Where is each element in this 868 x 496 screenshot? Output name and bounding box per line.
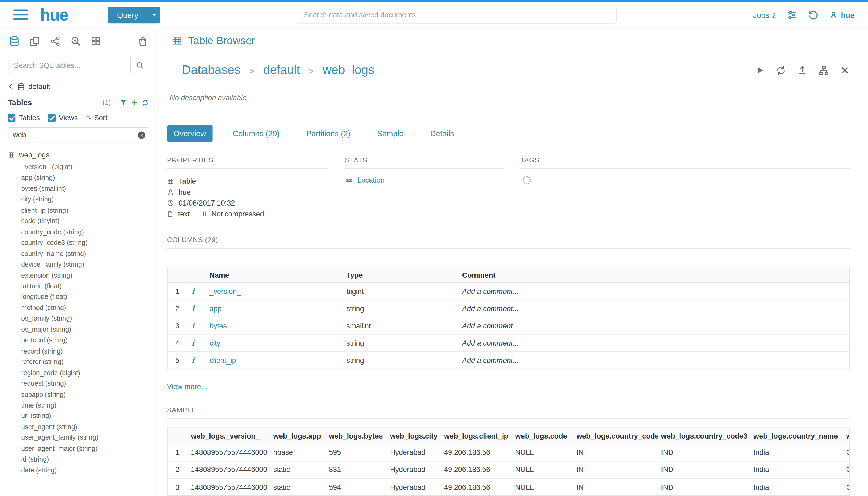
breadcrumb-default[interactable]: default [263,63,300,77]
info-icon[interactable] [192,304,194,313]
user-menu[interactable]: hue [830,11,855,19]
sidebar-column-item[interactable]: latitude (float) [21,281,151,292]
add-table-icon[interactable] [131,99,138,106]
sort-toggle[interactable]: Sort [86,113,107,122]
column-name-link[interactable]: client_ip [209,356,236,365]
page-title: Table Browser [188,34,255,47]
documents-icon[interactable] [29,36,40,46]
column-comment[interactable]: Add a comment... [458,352,849,369]
sample-table-row: 11480895575574446000hbase595Hyderabad49.… [168,444,850,461]
query-button[interactable]: Query [108,6,161,23]
sidebar-column-item[interactable]: record (string) [21,346,151,357]
sidebar-column-item[interactable]: country_code (string) [21,227,151,238]
column-comment[interactable]: Add a comment... [458,317,849,335]
sidebar-search-input[interactable] [8,57,130,73]
database-breadcrumb[interactable]: default [0,82,157,91]
views-checkbox-label[interactable]: Views [59,113,78,122]
view-more-link[interactable]: View more... [167,383,207,391]
tab-sample[interactable]: Sample [370,125,410,142]
location-link[interactable]: Location [345,176,504,184]
sidebar-column-item[interactable]: country_name (string) [21,249,151,260]
sidebar-table-web-logs[interactable]: web_logs [0,151,157,159]
views-checkbox[interactable] [48,114,55,122]
sidebar-column-item[interactable]: code (tinyint) [21,216,151,227]
sidebar-column-item[interactable]: _version_ (bigint) [21,162,151,173]
close-icon[interactable] [840,65,850,75]
sample-cell: NULL [512,478,573,496]
tab-columns[interactable]: Columns (29) [226,125,286,142]
sample-cell: India [750,478,843,496]
query-dropdown-caret-icon[interactable] [147,6,161,23]
apps-grid-icon[interactable] [91,36,100,46]
sidebar-column-item[interactable]: bytes (smallint) [21,184,151,195]
info-icon[interactable] [192,339,194,347]
sql-database-icon[interactable] [9,35,20,47]
sidebar-column-item[interactable]: protocol (string) [21,335,151,346]
sidebar-column-item[interactable]: request (string) [21,378,151,389]
sidebar-column-item[interactable]: referer (string) [21,357,151,368]
sample-table-body: 11480895575574446000hbase595Hyderabad49.… [168,444,850,496]
clear-filter-icon[interactable] [138,131,145,139]
sidebar-column-item[interactable]: os_major (string) [21,324,151,336]
app-root: hue Query Jobs 2 hue [0,0,868,496]
sidebar-column-item[interactable]: user_agent_family (string) [21,433,151,444]
sidebar-column-item[interactable]: country_code3 (string) [21,238,151,249]
sidebar-column-item[interactable]: url (string) [21,411,151,422]
info-icon[interactable] [192,356,194,365]
topbar-right: Jobs 2 hue [753,9,855,20]
column-comment[interactable]: Add a comment... [458,300,849,317]
sidebar-column-item[interactable]: id (string) [21,454,151,465]
column-comment[interactable]: Add a comment... [458,334,849,352]
column-name-link[interactable]: app [209,305,221,313]
search-zoom-icon[interactable] [70,35,81,47]
sidebar-column-item[interactable]: region_code (bigint) [21,368,151,379]
column-name-link[interactable]: city [209,339,220,347]
sidebar-column-item[interactable]: longitude (float) [21,292,151,303]
global-search-input[interactable] [297,6,617,23]
sidebar-column-item[interactable]: city (string) [21,195,151,205]
sidebar-column-item[interactable]: extension (string) [21,270,151,281]
query-play-icon[interactable] [755,65,764,75]
column-comment[interactable]: Add a comment... [458,283,849,300]
share-cluster-icon[interactable] [49,35,61,47]
jobs-link[interactable]: Jobs 2 [753,11,776,19]
upload-icon[interactable] [798,65,807,75]
sidebar-column-item[interactable]: os_family (string) [21,313,151,324]
breadcrumb-databases[interactable]: Databases [182,63,240,77]
sidebar-search-button[interactable] [130,57,149,73]
tables-checkbox[interactable] [8,114,16,122]
hue-logo[interactable]: hue [40,5,68,24]
sidebar-column-item[interactable]: client_ip (string) [21,205,151,216]
table-filter [8,127,149,142]
sitemap-icon[interactable] [819,65,829,76]
table-filter-input[interactable] [8,127,149,142]
refresh-icon[interactable] [776,65,786,76]
tables-checkbox-label[interactable]: Tables [19,113,40,122]
property-format-row: text Not compressed [167,209,328,220]
sidebar-column-item[interactable]: device_family (string) [21,260,151,270]
history-icon[interactable] [808,9,819,20]
hamburger-menu-icon[interactable] [13,9,28,20]
filter-funnel-icon[interactable] [120,99,127,106]
breadcrumb-web-logs[interactable]: web_logs [323,63,375,77]
tab-partitions[interactable]: Partitions (2) [299,125,357,142]
column-name-link[interactable]: _version_ [209,287,241,295]
bag-icon[interactable] [137,36,148,46]
sidebar-column-item[interactable]: user_agent (string) [21,422,151,433]
sidebar-column-item[interactable]: subapp (string) [21,389,151,400]
sidebar-column-item[interactable]: time (string) [21,400,151,411]
column-name-link[interactable]: bytes [209,322,227,330]
tab-details[interactable]: Details [424,125,461,142]
sidebar-column-item[interactable]: method (string) [21,303,151,314]
refresh-tables-icon[interactable] [142,99,149,106]
info-icon[interactable] [192,287,194,296]
sidebar-column-item[interactable]: user_agent_major (string) [21,443,151,454]
sliders-settings-icon[interactable] [787,10,797,19]
sample-table-header-row: web_logs._version_web_logs.appweb_logs.b… [168,428,850,444]
sample-column-header: web_logs.city [386,428,441,444]
tab-overview[interactable]: Overview [167,125,213,142]
info-icon[interactable] [192,321,194,330]
sidebar-column-item[interactable]: date (string) [21,465,151,476]
query-button-label[interactable]: Query [108,6,147,23]
sidebar-column-item[interactable]: app (string) [21,173,151,184]
